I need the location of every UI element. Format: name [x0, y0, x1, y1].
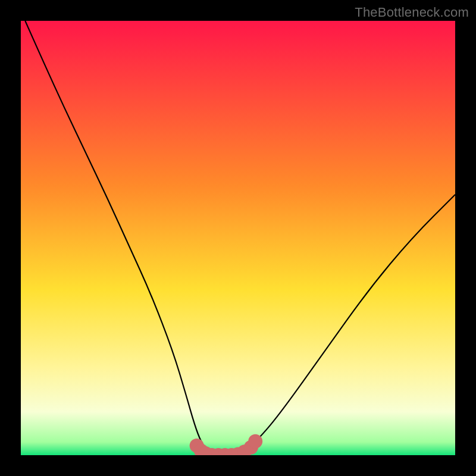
plot-area [21, 21, 455, 455]
chart-frame: TheBottleneck.com [0, 0, 476, 476]
watermark-text: TheBottleneck.com [355, 5, 469, 20]
bottleneck-chart [21, 21, 455, 455]
marker-dot [248, 434, 262, 449]
gradient-background [21, 21, 455, 455]
